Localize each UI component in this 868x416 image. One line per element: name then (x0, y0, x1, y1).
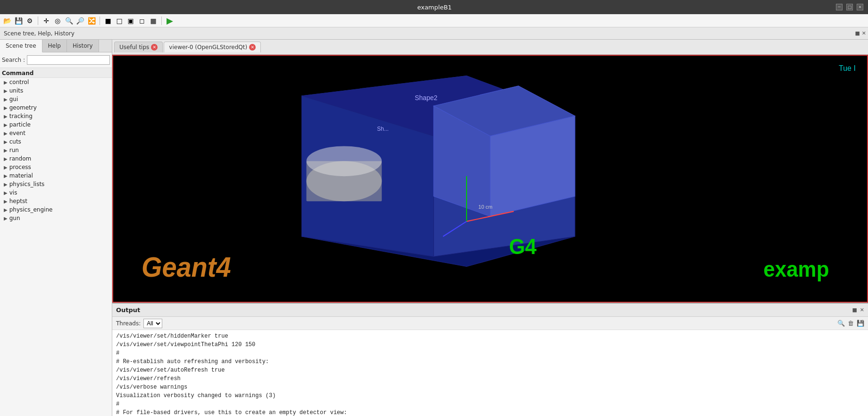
svg-point-10 (306, 146, 382, 176)
title-bar: exampleB1 ─ □ ✕ (0, 0, 868, 14)
output-line: /vis/viewer/refresh (116, 374, 864, 383)
tree-label-process: process (9, 164, 31, 170)
toolbar: 📂 💾 ⚙ ✛ ◎ 🔍 🔍 🔀 ■ □ ▣ ◻ ▦ ▶ (0, 14, 868, 27)
tree-label-cuts: cuts (9, 138, 21, 145)
output-header-icons: ■ ✕ (852, 307, 864, 313)
play-icon[interactable]: ▶ (165, 16, 175, 26)
svg-text:Shape2: Shape2 (415, 93, 437, 101)
right-area: Useful tips ✕ viewer-0 (OpenGLStoredQt) … (112, 40, 868, 416)
tree-item-run[interactable]: ▶run (0, 146, 112, 154)
tree-arrow-cuts: ▶ (4, 139, 8, 144)
panel-minimize-icon[interactable]: ■ (855, 30, 860, 36)
tree-item-gui[interactable]: ▶gui (0, 95, 112, 103)
grid-view-icon[interactable]: ▦ (148, 16, 159, 26)
output-clear-icon[interactable]: 🗑 (848, 320, 854, 327)
tree-arrow-random: ▶ (4, 156, 8, 161)
settings-icon[interactable]: ⚙ (25, 16, 35, 26)
open-icon[interactable]: 📂 (2, 16, 12, 26)
tree-item-event[interactable]: ▶event (0, 129, 112, 137)
viewer-tab-useful-tips[interactable]: Useful tips ✕ (114, 42, 163, 52)
search-input[interactable] (27, 55, 110, 65)
viewer-tab-viewer0-close[interactable]: ✕ (249, 44, 256, 51)
tree-label-gui: gui (9, 96, 18, 102)
tree-item-vis[interactable]: ▶vis (0, 188, 112, 197)
tree-item-control[interactable]: ▶control (0, 78, 112, 86)
output-line: /vis/verbose warnings (116, 383, 864, 391)
tree-arrow-material: ▶ (4, 173, 8, 178)
panel-bar-controls: ■ ✕ (855, 30, 866, 36)
close-button[interactable]: ✕ (857, 4, 863, 10)
tree-arrow-tracking: ▶ (4, 114, 8, 119)
tree-label-event: event (9, 130, 25, 136)
tree-item-geometry[interactable]: ▶geometry (0, 103, 112, 112)
tab-scene-tree[interactable]: Scene tree (0, 40, 42, 52)
tree-item-process[interactable]: ▶process (0, 163, 112, 171)
output-panel: Output ■ ✕ Threads: All 0 1 2 🔍 🗑 💾 (112, 303, 868, 416)
tree-label-physics_engine: physics_engine (9, 206, 53, 213)
output-scrollbar-area: /vis/viewer/set/hiddenMarker true/vis/vi… (112, 330, 868, 416)
tree-label-heptst: heptst (9, 198, 27, 204)
tree-label-random: random (9, 155, 32, 162)
command-tree-list: ▶control▶units▶gui▶geometry▶tracking▶par… (0, 78, 112, 416)
output-line: # For file-based drivers, use this to cr… (116, 408, 864, 416)
navigate-icon[interactable]: 🔀 (86, 16, 97, 26)
left-panel: Scene tree Help History Search : Command… (0, 40, 112, 416)
tab-help[interactable]: Help (42, 40, 67, 52)
tree-label-particle: particle (9, 121, 31, 128)
solid-view-icon[interactable]: ■ (103, 16, 113, 26)
save-icon[interactable]: 💾 (13, 16, 24, 26)
tree-item-physics_lists[interactable]: ▶physics_lists (0, 180, 112, 188)
tree-arrow-gui: ▶ (4, 97, 8, 102)
output-save-icon[interactable]: 💾 (857, 320, 864, 327)
svg-text:G4: G4 (509, 234, 537, 259)
tree-arrow-particle: ▶ (4, 122, 8, 127)
target-icon[interactable]: ◎ (52, 16, 63, 26)
viewport[interactable]: Shape2 Sh... 10 cm G4 Geant4 examp Tue I (112, 55, 868, 303)
tree-item-units[interactable]: ▶units (0, 86, 112, 95)
tree-label-physics_lists: physics_lists (9, 181, 45, 187)
tree-arrow-event: ▶ (4, 131, 8, 136)
tree-label-control: control (9, 79, 29, 85)
zoom-out-icon[interactable]: 🔍 (75, 16, 85, 26)
tree-item-material[interactable]: ▶material (0, 171, 112, 180)
tree-item-heptst[interactable]: ▶heptst (0, 197, 112, 205)
svg-text:10 cm: 10 cm (478, 204, 492, 210)
left-tabs: Scene tree Help History (0, 40, 112, 52)
output-line: # Re-establish auto refreshing and verbo… (116, 357, 864, 366)
viewer-tab-viewer0-label: viewer-0 (OpenGLStoredQt) (169, 44, 247, 51)
command-section-header: Command (0, 68, 112, 78)
search-label: Search : (2, 57, 25, 63)
tree-arrow-physics_lists: ▶ (4, 182, 8, 187)
outline-view-icon[interactable]: ◻ (137, 16, 147, 26)
svg-text:Geant4: Geant4 (142, 251, 231, 282)
zoom-in-icon[interactable]: 🔍 (64, 16, 74, 26)
tree-label-material: material (9, 172, 33, 179)
tree-item-cuts[interactable]: ▶cuts (0, 137, 112, 146)
tab-history[interactable]: History (67, 40, 99, 52)
crosshair-icon[interactable]: ✛ (41, 16, 51, 26)
output-title: Output (116, 306, 140, 314)
tree-item-physics_engine[interactable]: ▶physics_engine (0, 205, 112, 214)
scene-svg: Shape2 Sh... 10 cm G4 Geant4 examp Tue I (113, 56, 867, 302)
tree-item-random[interactable]: ▶random (0, 154, 112, 163)
svg-text:Tue I: Tue I (839, 63, 856, 72)
tree-label-geometry: geometry (9, 104, 37, 111)
panel-close-icon[interactable]: ✕ (862, 30, 866, 36)
viewer-tab-useful-tips-close[interactable]: ✕ (151, 44, 158, 51)
wire-view-icon[interactable]: □ (114, 16, 125, 26)
output-header-icon-1: ■ (852, 307, 857, 313)
output-text-content[interactable]: /vis/viewer/set/hiddenMarker true/vis/vi… (112, 330, 868, 416)
mixed-view-icon[interactable]: ▣ (125, 16, 136, 26)
toolbar-separator-3 (161, 17, 162, 25)
maximize-button[interactable]: □ (846, 4, 853, 10)
output-header: Output ■ ✕ (112, 304, 868, 317)
tree-item-gun[interactable]: ▶gun (0, 214, 112, 222)
output-search-icon[interactable]: 🔍 (837, 320, 845, 327)
minimize-button[interactable]: ─ (836, 4, 843, 10)
tree-item-particle[interactable]: ▶particle (0, 120, 112, 129)
threads-select[interactable]: All 0 1 2 (143, 319, 162, 328)
viewer-tab-viewer0[interactable]: viewer-0 (OpenGLStoredQt) ✕ (164, 42, 261, 52)
output-line: /vis/viewer/set/autoRefresh true (116, 366, 864, 374)
tree-arrow-vis: ▶ (4, 190, 8, 195)
tree-item-tracking[interactable]: ▶tracking (0, 112, 112, 120)
